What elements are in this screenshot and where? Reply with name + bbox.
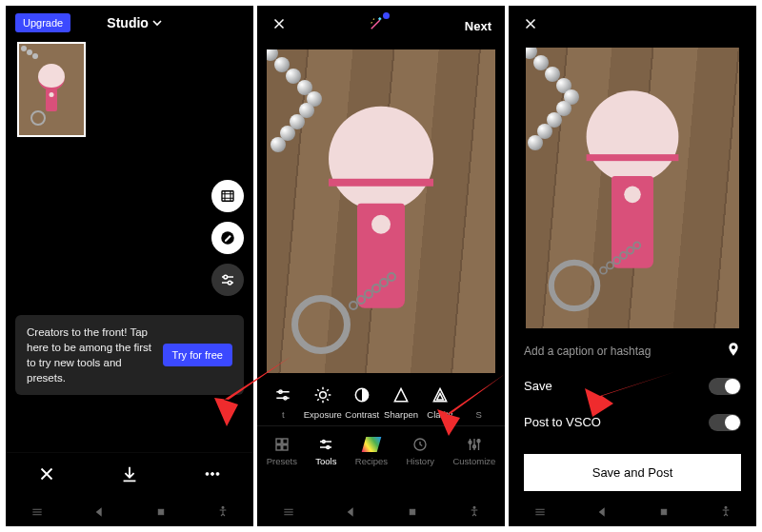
photo-thumbnail[interactable] — [17, 42, 86, 137]
tab-tools[interactable]: Tools — [315, 435, 336, 466]
accessibility-icon[interactable] — [467, 504, 482, 520]
post-preview — [526, 48, 739, 328]
recents-icon[interactable] — [532, 504, 548, 520]
location-pin-icon[interactable] — [726, 342, 741, 361]
svg-rect-7 — [158, 509, 163, 514]
close-button[interactable] — [36, 463, 57, 488]
post-vsco-label: Post to VSCO — [524, 415, 601, 429]
editor-canvas[interactable] — [267, 49, 495, 373]
svg-point-6 — [216, 472, 219, 475]
banner-text: Creators to the front! Tap here to be am… — [27, 325, 153, 385]
caption-input[interactable]: Add a caption or hashtag — [524, 345, 651, 358]
back-icon[interactable] — [91, 504, 107, 520]
tool-clarity[interactable]: Clarity — [421, 384, 458, 420]
post-vsco-toggle[interactable] — [709, 414, 741, 431]
svg-point-3 — [228, 281, 231, 285]
tool-exposure[interactable]: Exposure — [304, 384, 342, 420]
post-vsco-row: Post to VSCO — [509, 404, 756, 441]
svg-point-2 — [224, 275, 228, 279]
tab-recipes[interactable]: Recipes — [355, 435, 388, 466]
close-button[interactable] — [271, 15, 288, 36]
header-title: Studio — [107, 15, 149, 30]
save-label: Save — [524, 379, 552, 393]
home-icon[interactable] — [405, 504, 420, 520]
svg-point-4 — [206, 472, 209, 475]
more-button[interactable] — [202, 463, 223, 488]
save-row: Save — [509, 368, 756, 404]
accessibility-icon[interactable] — [718, 504, 733, 520]
tab-presets[interactable]: Presets — [267, 435, 297, 466]
svg-rect-23 — [410, 509, 414, 514]
editor-tab-bar: Presets Tools Recipes History Customize — [257, 425, 505, 475]
back-icon[interactable] — [343, 504, 358, 520]
save-toggle[interactable] — [709, 378, 741, 395]
studio-dropdown[interactable]: Studio — [70, 15, 198, 30]
tools-row: t Exposure Contrast Sharpen Clarity — [257, 373, 505, 425]
svg-rect-0 — [222, 191, 233, 202]
download-button[interactable] — [119, 463, 140, 488]
svg-point-24 — [473, 506, 475, 508]
svg-rect-13 — [276, 439, 281, 443]
next-button[interactable]: Next — [465, 19, 491, 33]
adjust-fab[interactable] — [211, 264, 244, 296]
magic-wand-icon[interactable] — [368, 15, 385, 36]
svg-point-8 — [222, 506, 224, 508]
recents-icon[interactable] — [281, 504, 296, 520]
tool-contrast[interactable]: Contrast — [344, 384, 381, 420]
studio-screen: Upgrade Studio — [6, 6, 253, 526]
promo-banner: Creators to the front! Tap here to be am… — [15, 315, 244, 395]
accessibility-icon[interactable] — [215, 504, 231, 520]
tool-more[interactable]: S — [460, 384, 497, 420]
tool-adjust[interactable]: t — [265, 384, 302, 420]
try-for-free-button[interactable]: Try for free — [163, 344, 232, 366]
home-icon[interactable] — [656, 504, 672, 520]
svg-point-5 — [211, 472, 213, 475]
svg-rect-16 — [283, 445, 288, 450]
tab-customize[interactable]: Customize — [452, 435, 495, 466]
android-navbar — [257, 498, 505, 526]
svg-rect-25 — [661, 510, 666, 515]
chevron-down-icon — [152, 18, 162, 28]
post-screen: Add a caption or hashtag Save Post to VS… — [509, 6, 756, 526]
android-navbar — [6, 498, 253, 526]
android-navbar — [509, 499, 756, 526]
save-and-post-button[interactable]: Save and Post — [524, 454, 741, 491]
tab-history[interactable]: History — [406, 435, 434, 466]
editor-screen: Next — [257, 6, 505, 526]
tool-sharpen[interactable]: Sharpen — [383, 384, 420, 420]
close-button[interactable] — [522, 15, 743, 36]
upgrade-button[interactable]: Upgrade — [15, 13, 70, 32]
svg-point-11 — [319, 392, 326, 399]
svg-rect-15 — [276, 445, 281, 450]
home-icon[interactable] — [153, 504, 169, 520]
bottom-actions — [6, 452, 253, 498]
recents-icon[interactable] — [30, 504, 45, 520]
svg-rect-14 — [283, 439, 288, 443]
back-icon[interactable] — [594, 504, 610, 520]
edit-fab[interactable] — [211, 222, 244, 254]
film-fab[interactable] — [211, 180, 244, 212]
svg-point-26 — [725, 507, 727, 509]
